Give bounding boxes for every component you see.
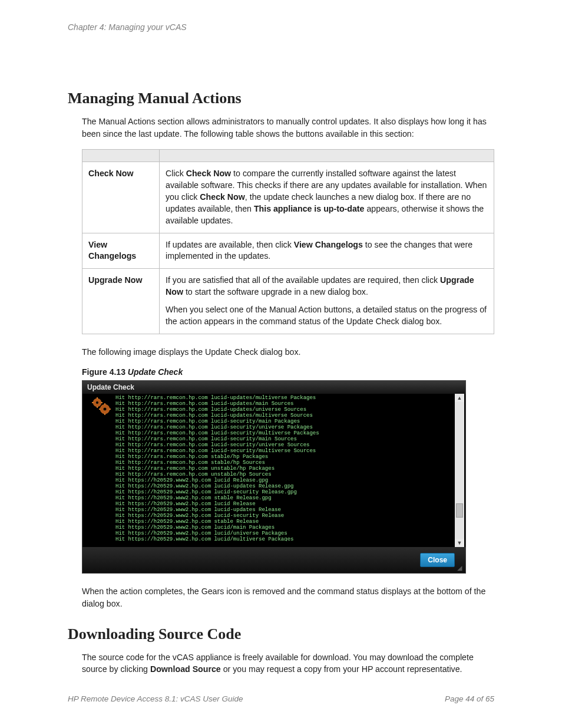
manual-actions-table: Check NowClick Check Now to compare the … <box>82 149 494 334</box>
figure-caption: Figure 4.13 Update Check <box>68 367 494 377</box>
after-table-text: The following image displays the Update … <box>68 346 494 358</box>
table-row-label: Check Now <box>82 162 160 233</box>
console-output: Hit http://rars.remcon.hp.com lucid-upda… <box>115 395 452 541</box>
figure-title: Update Check <box>128 367 183 377</box>
dialog-title-bar: Update Check <box>82 381 465 394</box>
table-row-description: If you are satisfied that all of the ava… <box>160 269 494 334</box>
footer-page-number: Page 44 of 65 <box>445 694 494 703</box>
table-row: Check NowClick Check Now to compare the … <box>82 162 494 233</box>
scrollbar[interactable]: ▲ ▼ <box>455 394 464 547</box>
scrollbar-thumb[interactable] <box>456 503 463 518</box>
downloading-source-paragraph: The source code for the vCAS appliance i… <box>68 651 494 676</box>
section-title-managing-manual-actions: Managing Manual Actions <box>68 90 494 107</box>
scrollbar-track[interactable] <box>455 402 464 539</box>
update-check-dialog: Update Check Hit http://rars.remcon <box>82 380 466 574</box>
resize-grip-icon[interactable]: ◢ <box>457 565 464 572</box>
table-row: Upgrade NowIf you are satisfied that all… <box>82 269 494 334</box>
intro-paragraph: The Manual Actions section allows admini… <box>68 116 494 140</box>
page-footer: HP Remote Device Access 8.1: vCAS User G… <box>68 694 494 703</box>
footer-doc-title: HP Remote Device Access 8.1: vCAS User G… <box>68 694 243 703</box>
scroll-down-arrow-icon[interactable]: ▼ <box>455 539 464 547</box>
table-row-label: View Changelogs <box>82 233 160 269</box>
svg-point-3 <box>103 408 107 411</box>
table-row-description: If updates are available, then click Vie… <box>160 233 494 269</box>
chapter-header: Chapter 4: Managing your vCAS <box>68 22 494 32</box>
table-header-blank-1 <box>82 150 160 162</box>
table-row: View ChangelogsIf updates are available,… <box>82 233 494 269</box>
gears-icon <box>91 396 111 416</box>
svg-point-1 <box>96 401 99 404</box>
figure-label: Figure 4.13 <box>82 367 125 377</box>
table-header-blank-2 <box>160 150 494 162</box>
close-button[interactable]: Close <box>420 553 455 567</box>
scroll-up-arrow-icon[interactable]: ▲ <box>455 394 464 402</box>
table-row-description: Click Check Now to compare the currently… <box>160 162 494 233</box>
table-row-label: Upgrade Now <box>82 269 160 334</box>
after-dialog-text: When the action completes, the Gears ico… <box>68 585 494 610</box>
section-title-downloading-source-code: Downloading Source Code <box>68 625 494 643</box>
